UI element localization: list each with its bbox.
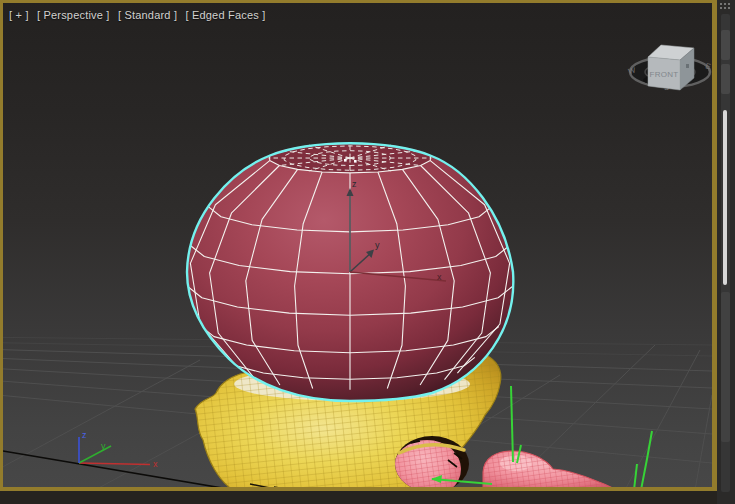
gizmo-y-label: y [375,240,380,250]
viewport-menu-general[interactable]: [ + ] [9,9,29,21]
world-axis-y-label: y [101,441,106,451]
grid-x-axis-line [3,451,240,487]
viewcube[interactable]: W S E FRONT [627,45,711,92]
panel-scrollbar-thumb[interactable] [723,110,727,285]
world-axis-x-label: x [153,459,158,469]
perspective-viewport[interactable]: x y z [0,0,717,491]
panel-segment[interactable] [721,292,730,442]
statusbar-gap [0,491,717,504]
viewport-menu-shading-mode[interactable]: [ Edged Faces ] [185,9,265,21]
viewport-menu-pov[interactable]: [ Perspective ] [37,9,110,21]
world-axis-tripod: x y z [79,430,158,469]
viewport-menu-shading-quality[interactable]: [ Standard ] [118,9,177,21]
drag-handle-dots-icon[interactable] [720,3,733,10]
gizmo-z-label: z [352,179,357,189]
gizmo-x-label: x [437,272,442,282]
viewport-label: [ + ] [ Perspective ] [ Standard ] [ Edg… [9,9,270,21]
max-window: x y z [0,0,735,504]
panel-segment[interactable] [721,64,730,94]
selected-sphere-object[interactable]: z y x [187,143,513,401]
panel-segment[interactable] [721,30,730,60]
world-axis-z-label: z [82,430,87,440]
viewport-canvas: x y z [3,3,712,487]
viewcube-front-label[interactable]: FRONT [649,70,678,79]
foot-mesh-object[interactable] [483,451,616,487]
command-panel-strip [717,0,735,504]
